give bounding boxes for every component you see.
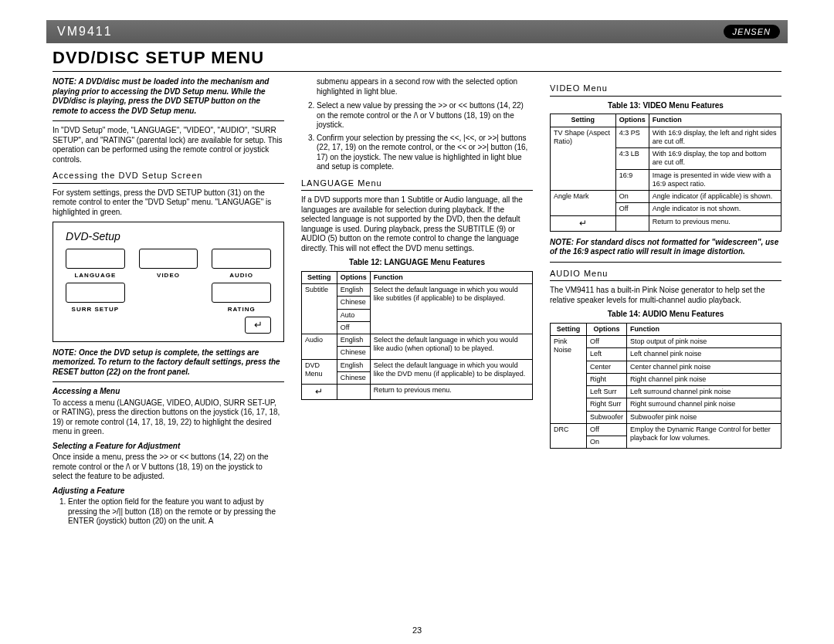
table14-caption: Table 14: AUDIO Menu Features [550,310,781,320]
heading-video-menu: VIDEO Menu [550,83,781,94]
heading-language-menu: LANGUAGE Menu [301,178,533,189]
cell-dvdmenu: DVD Menu [302,359,337,385]
brand-logo: JENSEN [724,25,780,39]
tile-rating: RATING [212,283,271,314]
th-function: Function [370,271,532,283]
adjusting-list-col1: Enter the option field for the feature y… [53,497,284,527]
cell-subtitle: Subtitle [302,284,337,334]
title-rule [53,71,781,72]
selecting-feature-text: Once inside a menu, press the >> or << b… [53,452,284,482]
page-number: 23 [0,625,834,635]
tile-video: VIDEO [139,249,198,280]
tile-audio: AUDIO [212,249,271,280]
diagram-title: DVD-Setup [66,230,271,244]
column-3: VIDEO Menu Table 13: VIDEO Menu Features… [550,77,781,531]
adjust-step-1-cont: submenu appears in a second row with the… [317,77,533,97]
table-audio-features: Setting Options Function Pink Noise Off … [550,323,781,449]
tile-surr-setup: SURR SETUP [66,283,125,314]
adjust-step-2: Select a new value by pressing the >> or… [317,101,533,130]
table-language-features: Setting Options Function Subtitle Englis… [301,271,533,400]
heading-accessing-setup: Accessing the DVD Setup Screen [53,171,284,181]
accessing-menu-text: To access a menu (LANGUAGE, VIDEO, AUDIO… [53,398,284,437]
header-bar: VM9411 JENSEN [46,20,788,43]
language-menu-text: If a DVD supports more than 1 Subtitle o… [301,195,533,253]
divider [550,96,781,97]
note-reset: NOTE: Once the DVD setup is complete, th… [53,348,284,378]
return-icon: ↵ [245,317,271,334]
heading-audio-menu: AUDIO Menu [550,269,781,280]
subhead-adjusting-feature: Adjusting a Feature [53,486,284,497]
table12-caption: Table 12: LANGUAGE Menu Features [301,258,533,268]
content-columns: NOTE: A DVD/disc must be loaded into the… [53,77,781,531]
note-load-disc: NOTE: A DVD/disc must be loaded into the… [53,77,284,116]
divider [550,280,781,281]
tile-language: LANGUAGE [66,249,125,280]
divider [53,381,284,382]
th-setting: Setting [302,271,337,283]
adjust-step-1: Enter the option field for the feature y… [68,497,284,527]
table-video-features: Setting Options Function TV Shape (Aspec… [550,114,781,231]
model-number: VM9411 [57,25,113,39]
adjust-step-3: Confirm your selection by pressing the <… [317,134,533,172]
divider [550,262,781,263]
audio-menu-text: The VM9411 has a built-in Pink Noise gen… [550,286,781,305]
return-icon: ↵ [302,385,337,400]
column-1: NOTE: A DVD/disc must be loaded into the… [53,77,284,531]
cell-audio: Audio [302,334,337,360]
table13-caption: Table 13: VIDEO Menu Features [550,101,781,111]
return-icon: ↵ [551,215,616,231]
column-2: submenu appears in a second row with the… [301,77,533,531]
adjusting-list-col2: Select a new value by pressing the >> or… [301,101,533,172]
divider [53,120,284,121]
tile-blank [139,283,198,314]
subhead-selecting-feature: Selecting a Feature for Adjustment [53,442,284,452]
page-title: Dvd/Disc Setup Menu [53,48,264,68]
dvd-setup-diagram: DVD-Setup LANGUAGE VIDEO AUDIO SURR SETU… [53,222,284,342]
note-widescreen: NOTE: For standard discs not formatted f… [550,238,781,257]
divider [301,190,533,191]
th-options: Options [337,271,370,283]
subhead-accessing-menu: Accessing a Menu [53,387,284,397]
accessing-setup-text: For system settings, press the DVD SETUP… [53,188,284,218]
divider [53,183,284,184]
intro-paragraph: In "DVD Setup" mode, "LANGUAGE", "VIDEO"… [53,126,284,164]
